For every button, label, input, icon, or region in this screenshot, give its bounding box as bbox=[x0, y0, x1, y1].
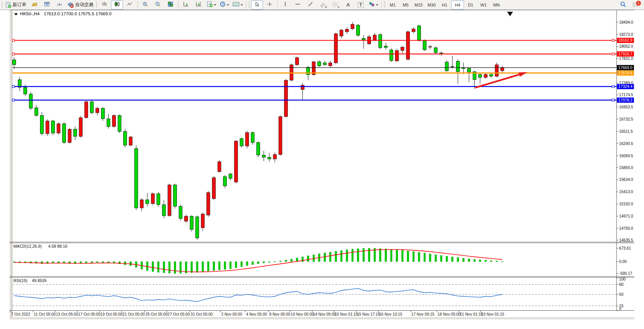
hline-handle[interactable] bbox=[612, 53, 614, 55]
shapes-dropdown[interactable] bbox=[367, 0, 380, 10]
notifications-button[interactable]: 1 bbox=[630, 0, 642, 10]
hline-handle[interactable] bbox=[612, 85, 614, 88]
candle-body bbox=[129, 137, 132, 145]
timeframe-button-m30[interactable]: M30 bbox=[425, 0, 438, 10]
price-line-label: 17324.4 bbox=[618, 84, 633, 89]
candle-body bbox=[307, 67, 310, 74]
macd-histogram-bar bbox=[279, 261, 281, 262]
candle-body bbox=[273, 155, 276, 159]
candle-body bbox=[501, 68, 504, 71]
text-tool-button[interactable]: A bbox=[342, 0, 354, 10]
candle-body bbox=[168, 185, 171, 216]
macd-histogram-bar bbox=[468, 259, 470, 261]
crosshair-tool-button[interactable] bbox=[263, 0, 276, 10]
zoom-out-icon bbox=[155, 1, 161, 8]
templates-dropdown[interactable] bbox=[231, 0, 244, 10]
vertical-line-icon bbox=[283, 1, 287, 8]
trendline-tool-button[interactable] bbox=[304, 0, 316, 10]
timeframe-button-d1[interactable]: D1 bbox=[464, 0, 477, 10]
new-chart-dropdown[interactable] bbox=[205, 0, 218, 10]
tile-windows-button[interactable] bbox=[164, 0, 177, 10]
text-label-tool-button[interactable]: T bbox=[355, 0, 367, 10]
candle-body bbox=[323, 63, 326, 65]
line-chart-button[interactable] bbox=[124, 0, 136, 10]
candle-body bbox=[373, 35, 376, 40]
candle-body bbox=[429, 47, 432, 47]
hline-handle[interactable] bbox=[12, 53, 14, 55]
macd-histogram-bar bbox=[407, 251, 409, 261]
navigator-button[interactable] bbox=[53, 0, 66, 10]
candle-body bbox=[196, 217, 199, 238]
macd-histogram-bar bbox=[413, 252, 414, 261]
macd-histogram-bar bbox=[329, 252, 331, 261]
candle-body bbox=[395, 50, 399, 61]
auto-trading-label: 自动交易 bbox=[75, 2, 93, 8]
macd-histogram-bar bbox=[446, 256, 448, 261]
equidistant-channel-tool-button[interactable]: E bbox=[317, 0, 329, 10]
new-order-label: 新订单 bbox=[13, 2, 26, 8]
chevron-down-icon bbox=[241, 4, 243, 7]
hline-handle[interactable] bbox=[612, 39, 614, 42]
chart-background bbox=[10, 10, 634, 319]
auto-trading-button[interactable]: 自动交易 bbox=[66, 0, 95, 10]
timeframe-button-m5[interactable]: M5 bbox=[399, 0, 412, 10]
candlestick-chart-button[interactable] bbox=[111, 0, 123, 10]
candle-body bbox=[462, 68, 465, 69]
timeframe-button-m1[interactable]: M1 bbox=[386, 0, 399, 10]
candle-body bbox=[68, 129, 71, 143]
timeframe-button-mn[interactable]: MN bbox=[490, 0, 503, 10]
time-tick-label: 17 Nov 09:15 bbox=[411, 312, 435, 316]
hline-handle[interactable] bbox=[12, 99, 14, 101]
candle-body bbox=[90, 102, 93, 113]
macd-histogram-bar bbox=[463, 258, 464, 261]
time-tick-label: 14 Nov 05:00 bbox=[313, 312, 336, 316]
bar-chart-button[interactable] bbox=[98, 0, 111, 10]
price-tick-label: 15192.0 bbox=[619, 202, 633, 206]
zoom-out-button[interactable] bbox=[152, 0, 164, 10]
hline-handle[interactable] bbox=[12, 39, 14, 42]
time-tick-label: 11 Oct 05:00 bbox=[34, 312, 56, 316]
candle-body bbox=[63, 124, 66, 142]
candle-body bbox=[268, 157, 271, 159]
hline-handle[interactable] bbox=[12, 85, 14, 88]
macd-histogram-bar bbox=[307, 256, 309, 261]
zoom-in-button[interactable] bbox=[139, 0, 151, 10]
candle-body bbox=[173, 185, 177, 206]
timeframe-button-m15[interactable]: M15 bbox=[412, 0, 425, 10]
data-window-button[interactable] bbox=[41, 0, 53, 10]
horizontal-line-tool-button[interactable] bbox=[292, 0, 304, 10]
new-order-button[interactable]: 新订单 bbox=[4, 0, 28, 10]
rsi-tick-label: 100 bbox=[619, 277, 626, 281]
chart-area[interactable]: HK50-,H4 17613.0 17700.0 17575.5 17669.0… bbox=[0, 10, 644, 329]
market-watch-button[interactable] bbox=[28, 0, 40, 10]
macd-histogram-bar bbox=[207, 261, 209, 271]
chat-bubble-icon: 1 bbox=[632, 2, 639, 8]
timeframe-button-h4[interactable]: H4 bbox=[451, 0, 464, 10]
chart-title-ohlc: 17613.0 17700.0 17575.5 17669.0 bbox=[44, 11, 112, 16]
price-tick-label: 18273.0 bbox=[619, 32, 633, 37]
macd-histogram-bar bbox=[324, 253, 326, 261]
horizontal-line-icon bbox=[295, 1, 301, 8]
price-tick-label: 16290.5 bbox=[619, 142, 633, 146]
candle-body bbox=[445, 62, 448, 71]
timeframe-button-h1[interactable]: H1 bbox=[438, 0, 451, 10]
mt4-window: { "toolbar": { "new_order_label": "新订单",… bbox=[0, 0, 644, 329]
time-tick-label: 27 Oct 05:00 bbox=[168, 312, 190, 316]
hline-handle[interactable] bbox=[612, 99, 614, 101]
macd-histogram-bar bbox=[396, 250, 398, 261]
search-button[interactable] bbox=[617, 0, 629, 10]
window-left-border bbox=[10, 10, 12, 319]
timeframe-button-w1[interactable]: W1 bbox=[477, 0, 490, 10]
periods-dropdown[interactable] bbox=[218, 0, 231, 10]
macd-histogram-bar bbox=[429, 254, 431, 261]
macd-histogram-bar bbox=[202, 261, 204, 271]
fibonacci-tool-button[interactable]: F bbox=[329, 0, 342, 10]
candle-body bbox=[251, 132, 254, 142]
cursor-tool-button[interactable] bbox=[251, 0, 263, 10]
time-tick-label: 13 Oct 05:00 bbox=[56, 312, 79, 316]
auto-scroll-button[interactable] bbox=[180, 0, 192, 10]
chart-shift-button[interactable] bbox=[193, 0, 205, 10]
vertical-line-tool-button[interactable] bbox=[279, 0, 291, 10]
macd-histogram-bar bbox=[418, 252, 420, 262]
candle-body bbox=[384, 46, 387, 48]
